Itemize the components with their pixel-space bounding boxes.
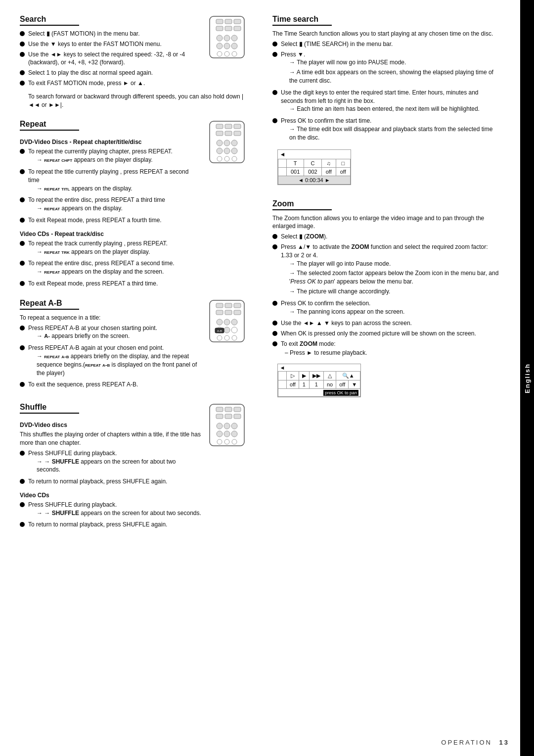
svg-point-15 xyxy=(232,51,237,56)
bullet-icon xyxy=(272,301,277,306)
svg-point-8 xyxy=(224,35,230,41)
svg-rect-6 xyxy=(234,26,241,31)
repeat-vcd-list: To repeat the track currently playing , … xyxy=(20,239,248,288)
svg-text:A-B: A-B xyxy=(217,330,222,332)
search-section: Search Select ▮ (FAST MOTION) in the men… xyxy=(20,15,248,111)
svg-point-43 xyxy=(224,327,230,333)
repeat-vcd-heading: Video CDs - Repeat track/disc xyxy=(20,231,248,237)
bullet-icon xyxy=(20,169,25,174)
remote-svg xyxy=(207,15,247,59)
svg-point-25 xyxy=(231,140,237,146)
list-item: Press ▲/▼ to activate the ZOOM function … xyxy=(272,243,500,297)
zoom-title: Zoom xyxy=(272,199,332,210)
operation-label: Operation xyxy=(441,739,492,746)
svg-rect-22 xyxy=(234,131,241,136)
svg-rect-20 xyxy=(216,131,223,136)
time-display-value-row: 001 002 off off xyxy=(278,167,351,176)
repeat-ab-remote-image: A-B xyxy=(206,299,248,343)
search-list: Select ▮ (FAST MOTION) in the menu bar. … xyxy=(20,30,201,88)
list-item: To exit ZOOM mode: – Press ► to resume p… xyxy=(272,340,500,358)
bullet-icon xyxy=(272,341,277,346)
svg-rect-1 xyxy=(216,19,223,24)
list-item: Use the ▼ keys to enter the FAST MOTION … xyxy=(20,40,201,48)
bullet-icon xyxy=(20,241,25,246)
shuffle-remote-image xyxy=(206,403,248,447)
svg-rect-36 xyxy=(216,310,223,315)
svg-point-30 xyxy=(224,156,229,161)
svg-rect-4 xyxy=(216,26,223,31)
zoom-section: Zoom The Zoom function allows you to enl… xyxy=(272,199,500,403)
main-content: Search Select ▮ (FAST MOTION) in the men… xyxy=(0,0,520,756)
list-item: Select ▮ (FAST MOTION) in the menu bar. xyxy=(20,30,201,38)
search-header-row: Search Select ▮ (FAST MOTION) in the men… xyxy=(20,15,248,90)
time-search-display: ◄ T C ♫ □ 001 002 xyxy=(277,149,351,185)
bullet-icon xyxy=(20,326,25,331)
repeat-ab-header-row: Repeat A-B To repeat a sequence in a tit… xyxy=(20,299,248,391)
bullet-icon xyxy=(20,81,25,86)
bullet-icon xyxy=(272,90,277,95)
svg-rect-35 xyxy=(234,303,241,308)
list-item: To exit Repeat mode, press REPEAT a four… xyxy=(20,216,201,225)
list-item: To return to normal playback, press SHUF… xyxy=(20,477,201,486)
shuffle-title: Shuffle xyxy=(20,403,79,414)
shuffle-dvd-list: Press SHUFFLE during playback.→ SHUFFLE … xyxy=(20,449,201,486)
svg-point-58 xyxy=(224,423,230,429)
svg-rect-51 xyxy=(216,407,223,412)
list-item: Select 1 to play the disc at normal spee… xyxy=(20,69,201,77)
zoom-display: ◄ ▷ ▶ ▶▶ △ 🔍▲ off xyxy=(277,364,361,397)
bullet-icon xyxy=(20,502,25,507)
svg-rect-17 xyxy=(216,124,223,129)
repeat-dvd-list: To repeat the currently playing chapter,… xyxy=(20,147,201,224)
svg-point-44 xyxy=(231,327,237,333)
time-display-time-row: ◄ 0:00:34 ► xyxy=(278,176,351,184)
shuffle-dvd-intro: This shuffles the playing order of chapt… xyxy=(20,430,201,447)
shuffle-section: Shuffle DVD-Video discs This shuffles th… xyxy=(20,403,248,531)
zoom-display-header-row: ▷ ▶ ▶▶ △ 🔍▲ xyxy=(278,371,360,380)
time-display-header-row: T C ♫ □ xyxy=(278,159,351,167)
svg-rect-34 xyxy=(225,303,232,308)
svg-rect-53 xyxy=(234,407,241,412)
svg-point-57 xyxy=(217,423,222,429)
repeat-ab-title: Repeat A-B xyxy=(20,299,79,310)
svg-point-65 xyxy=(232,439,237,444)
time-display-table: ◄ T C ♫ □ 001 002 xyxy=(278,150,351,185)
bullet-icon xyxy=(20,345,25,350)
bullet-icon xyxy=(20,31,25,36)
time-search-title: Time search xyxy=(272,15,332,26)
list-item: Press REPEAT A-B at your chosen starting… xyxy=(20,324,201,342)
remote-svg-shuffle xyxy=(207,403,247,447)
svg-point-12 xyxy=(231,43,237,49)
bullet-icon xyxy=(20,479,25,484)
repeat-ab-section: Repeat A-B To repeat a sequence in a tit… xyxy=(20,299,248,394)
svg-point-61 xyxy=(224,431,230,437)
repeat-remote-image xyxy=(206,120,248,164)
time-search-intro: The Time Search function allows you to s… xyxy=(272,30,500,38)
zoom-list: Select ▮ (ZOOM). Press ▲/▼ to activate t… xyxy=(272,233,500,358)
zoom-ok-button-label: press OK to pan xyxy=(323,390,358,396)
repeat-ab-list: Press REPEAT A-B at your chosen starting… xyxy=(20,324,201,389)
repeat-ab-intro: To repeat a sequence in a title: xyxy=(20,314,201,322)
time-search-list: Select ▮ (TIME SEARCH) in the menu bar. … xyxy=(272,40,500,143)
list-item: To repeat the currently playing chapter,… xyxy=(20,147,201,166)
remote-svg-ab: A-B xyxy=(207,299,247,343)
repeat-dvd-heading: DVD-Video Discs - Repeat chapter/title/d… xyxy=(20,139,201,145)
repeat-ab-content: Repeat A-B To repeat a sequence in a tit… xyxy=(20,299,201,391)
list-item: To exit FAST MOTION mode, press ► or ▲. xyxy=(20,79,201,88)
svg-point-11 xyxy=(224,43,230,49)
bullet-icon xyxy=(20,281,25,286)
zoom-display-value-row: off 1 1 no off ▼ xyxy=(278,380,360,388)
svg-point-40 xyxy=(224,319,230,325)
zoom-display-table: ◄ ▷ ▶ ▶▶ △ 🔍▲ off xyxy=(278,364,360,397)
list-item: To return to normal playback, press SHUF… xyxy=(20,520,248,529)
zoom-display-arrow-row: ◄ xyxy=(278,364,360,372)
svg-point-60 xyxy=(217,431,222,437)
svg-point-28 xyxy=(231,148,237,154)
svg-rect-54 xyxy=(216,414,223,419)
bullet-icon xyxy=(20,149,25,154)
svg-rect-55 xyxy=(225,414,232,419)
bullet-icon xyxy=(20,522,25,527)
list-item: Press REPEAT A-B again at your chosen en… xyxy=(20,344,201,378)
list-item: To repeat the title currently playing , … xyxy=(20,168,201,194)
svg-point-10 xyxy=(217,43,222,49)
svg-rect-3 xyxy=(234,19,241,24)
